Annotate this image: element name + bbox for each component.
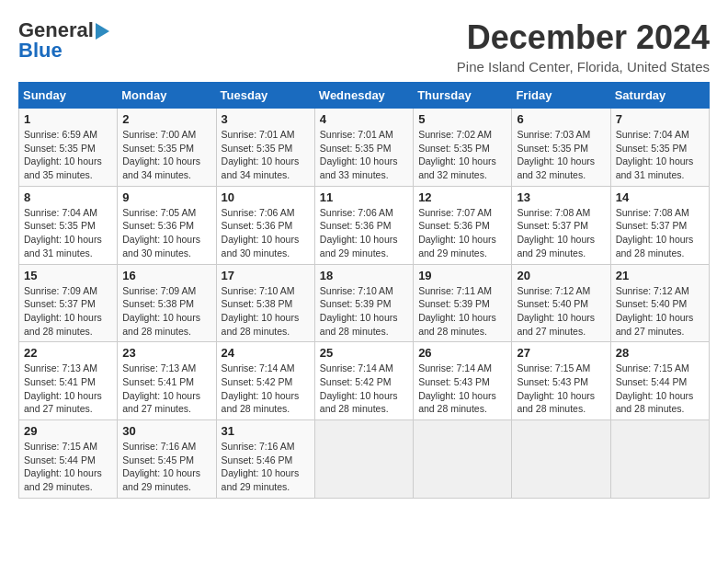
day-number: 27 — [517, 346, 605, 360]
calendar-cell: 15 Sunrise: 7:09 AMSunset: 5:37 PMDaylig… — [19, 264, 118, 342]
calendar-cell: 9 Sunrise: 7:05 AMSunset: 5:36 PMDayligh… — [118, 186, 216, 264]
day-number: 13 — [517, 190, 605, 204]
weekday-header-saturday: Saturday — [610, 83, 709, 109]
day-detail: Sunrise: 7:10 AMSunset: 5:38 PMDaylight:… — [222, 285, 300, 337]
day-detail: Sunrise: 7:13 AMSunset: 5:41 PMDaylight:… — [122, 362, 200, 414]
day-number: 7 — [616, 112, 704, 126]
calendar-cell: 23 Sunrise: 7:13 AMSunset: 5:41 PMDaylig… — [118, 342, 216, 420]
day-number: 28 — [616, 346, 704, 360]
calendar-cell: 29 Sunrise: 7:15 AMSunset: 5:44 PMDaylig… — [19, 420, 118, 499]
day-number: 4 — [320, 112, 408, 126]
day-number: 8 — [24, 190, 112, 204]
calendar-cell: 22 Sunrise: 7:13 AMSunset: 5:41 PMDaylig… — [19, 342, 118, 420]
calendar-cell: 3 Sunrise: 7:01 AMSunset: 5:35 PMDayligh… — [216, 109, 314, 187]
calendar-cell: 20 Sunrise: 7:12 AMSunset: 5:40 PMDaylig… — [512, 264, 610, 342]
weekday-header-monday: Monday — [118, 83, 216, 109]
day-detail: Sunrise: 7:15 AMSunset: 5:44 PMDaylight:… — [616, 362, 694, 414]
calendar-cell: 4 Sunrise: 7:01 AMSunset: 5:35 PMDayligh… — [314, 109, 413, 187]
calendar-cell: 21 Sunrise: 7:12 AMSunset: 5:40 PMDaylig… — [610, 264, 709, 342]
weekday-header-sunday: Sunday — [19, 83, 118, 109]
weekday-header-thursday: Thursday — [414, 83, 512, 109]
day-number: 6 — [517, 112, 605, 126]
title-area: December 2024 Pine Island Center, Florid… — [457, 18, 710, 75]
calendar-cell: 19 Sunrise: 7:11 AMSunset: 5:39 PMDaylig… — [414, 264, 512, 342]
calendar-cell — [610, 420, 709, 499]
calendar-week-5: 29 Sunrise: 7:15 AMSunset: 5:44 PMDaylig… — [19, 420, 710, 499]
calendar-cell: 5 Sunrise: 7:02 AMSunset: 5:35 PMDayligh… — [414, 109, 512, 187]
calendar-cell: 2 Sunrise: 7:00 AMSunset: 5:35 PMDayligh… — [118, 109, 216, 187]
day-number: 3 — [222, 112, 310, 126]
logo-blue: Blue — [18, 39, 63, 63]
day-detail: Sunrise: 7:02 AMSunset: 5:35 PMDaylight:… — [418, 129, 496, 180]
day-detail: Sunrise: 7:16 AMSunset: 5:46 PMDaylight:… — [222, 441, 300, 492]
calendar-cell: 11 Sunrise: 7:06 AMSunset: 5:36 PMDaylig… — [314, 186, 413, 264]
weekday-header-wednesday: Wednesday — [314, 83, 413, 109]
day-detail: Sunrise: 7:10 AMSunset: 5:39 PMDaylight:… — [320, 285, 398, 337]
calendar-cell — [314, 420, 413, 499]
calendar-cell: 26 Sunrise: 7:14 AMSunset: 5:43 PMDaylig… — [414, 342, 512, 420]
day-detail: Sunrise: 7:01 AMSunset: 5:35 PMDaylight:… — [320, 129, 398, 180]
calendar-cell: 1 Sunrise: 6:59 AMSunset: 5:35 PMDayligh… — [19, 109, 118, 187]
day-detail: Sunrise: 7:15 AMSunset: 5:43 PMDaylight:… — [517, 362, 595, 414]
day-number: 29 — [24, 424, 112, 438]
day-number: 26 — [418, 346, 506, 360]
month-title: December 2024 — [457, 18, 710, 57]
day-number: 18 — [320, 269, 408, 282]
page-header: General Blue December 2024 Pine Island C… — [18, 18, 710, 75]
day-number: 31 — [222, 424, 310, 438]
calendar-cell: 27 Sunrise: 7:15 AMSunset: 5:43 PMDaylig… — [512, 342, 610, 420]
calendar-cell — [414, 420, 512, 499]
day-detail: Sunrise: 7:15 AMSunset: 5:44 PMDaylight:… — [24, 441, 102, 492]
day-detail: Sunrise: 7:04 AMSunset: 5:35 PMDaylight:… — [24, 207, 102, 259]
day-detail: Sunrise: 7:12 AMSunset: 5:40 PMDaylight:… — [517, 285, 595, 337]
day-number: 24 — [222, 346, 310, 360]
calendar-cell: 17 Sunrise: 7:10 AMSunset: 5:38 PMDaylig… — [216, 264, 314, 342]
weekday-header-friday: Friday — [512, 83, 610, 109]
calendar-cell: 25 Sunrise: 7:14 AMSunset: 5:42 PMDaylig… — [314, 342, 413, 420]
day-detail: Sunrise: 7:06 AMSunset: 5:36 PMDaylight:… — [222, 207, 300, 259]
day-number: 5 — [418, 112, 506, 126]
calendar-cell: 24 Sunrise: 7:14 AMSunset: 5:42 PMDaylig… — [216, 342, 314, 420]
day-detail: Sunrise: 7:08 AMSunset: 5:37 PMDaylight:… — [616, 207, 694, 259]
day-detail: Sunrise: 7:06 AMSunset: 5:36 PMDaylight:… — [320, 207, 398, 259]
day-number: 11 — [320, 190, 408, 204]
day-detail: Sunrise: 7:03 AMSunset: 5:35 PMDaylight:… — [517, 129, 595, 180]
day-number: 2 — [122, 112, 210, 126]
location-title: Pine Island Center, Florida, United Stat… — [457, 59, 710, 75]
day-detail: Sunrise: 7:01 AMSunset: 5:35 PMDaylight:… — [222, 129, 300, 180]
day-detail: Sunrise: 7:05 AMSunset: 5:36 PMDaylight:… — [122, 207, 200, 259]
day-detail: Sunrise: 7:08 AMSunset: 5:37 PMDaylight:… — [517, 207, 595, 259]
calendar-table: SundayMondayTuesdayWednesdayThursdayFrid… — [18, 82, 710, 499]
day-number: 10 — [222, 190, 310, 204]
day-detail: Sunrise: 7:13 AMSunset: 5:41 PMDaylight:… — [24, 362, 102, 414]
day-number: 23 — [122, 346, 210, 360]
day-detail: Sunrise: 7:11 AMSunset: 5:39 PMDaylight:… — [418, 285, 496, 337]
calendar-cell: 12 Sunrise: 7:07 AMSunset: 5:36 PMDaylig… — [414, 186, 512, 264]
day-number: 22 — [24, 346, 112, 360]
calendar-cell: 28 Sunrise: 7:15 AMSunset: 5:44 PMDaylig… — [610, 342, 709, 420]
day-number: 21 — [616, 269, 704, 282]
day-number: 1 — [24, 112, 112, 126]
calendar-week-4: 22 Sunrise: 7:13 AMSunset: 5:41 PMDaylig… — [19, 342, 710, 420]
weekday-header-tuesday: Tuesday — [216, 83, 314, 109]
day-detail: Sunrise: 7:04 AMSunset: 5:35 PMDaylight:… — [616, 129, 694, 180]
calendar-header-row: SundayMondayTuesdayWednesdayThursdayFrid… — [19, 83, 710, 109]
day-detail: Sunrise: 7:12 AMSunset: 5:40 PMDaylight:… — [616, 285, 694, 337]
day-number: 16 — [122, 269, 210, 282]
day-detail: Sunrise: 7:16 AMSunset: 5:45 PMDaylight:… — [122, 441, 200, 492]
calendar-cell — [512, 420, 610, 499]
calendar-cell: 16 Sunrise: 7:09 AMSunset: 5:38 PMDaylig… — [118, 264, 216, 342]
day-detail: Sunrise: 7:14 AMSunset: 5:42 PMDaylight:… — [320, 362, 398, 414]
calendar-cell: 8 Sunrise: 7:04 AMSunset: 5:35 PMDayligh… — [19, 186, 118, 264]
day-number: 17 — [222, 269, 310, 282]
calendar-cell: 6 Sunrise: 7:03 AMSunset: 5:35 PMDayligh… — [512, 109, 610, 187]
day-number: 14 — [616, 190, 704, 204]
day-detail: Sunrise: 7:09 AMSunset: 5:38 PMDaylight:… — [122, 285, 200, 337]
day-number: 19 — [418, 269, 506, 282]
calendar-cell: 30 Sunrise: 7:16 AMSunset: 5:45 PMDaylig… — [118, 420, 216, 499]
calendar-cell: 18 Sunrise: 7:10 AMSunset: 5:39 PMDaylig… — [314, 264, 413, 342]
calendar-cell: 7 Sunrise: 7:04 AMSunset: 5:35 PMDayligh… — [610, 109, 709, 187]
day-detail: Sunrise: 7:14 AMSunset: 5:42 PMDaylight:… — [222, 362, 300, 414]
day-number: 20 — [517, 269, 605, 282]
day-detail: Sunrise: 7:07 AMSunset: 5:36 PMDaylight:… — [418, 207, 496, 259]
